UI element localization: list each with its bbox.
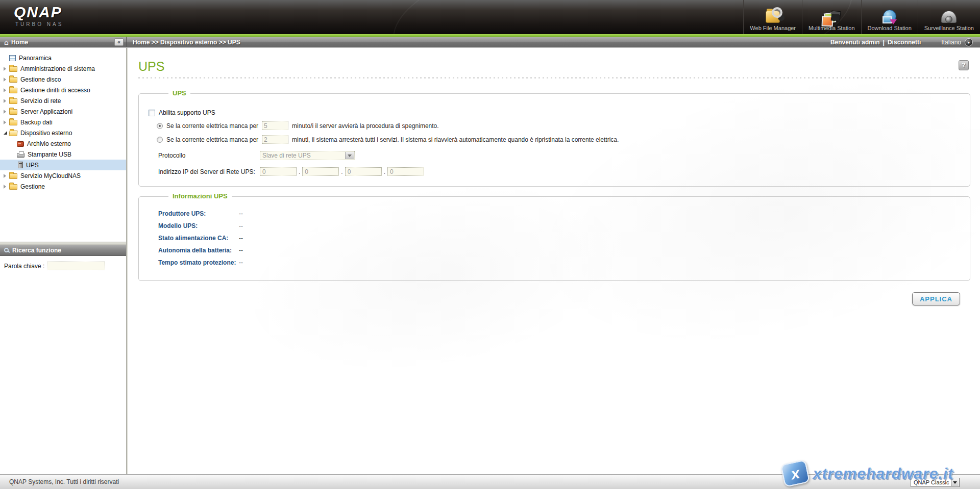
ups-settings-group: UPS Abilita supporto UPS Se la corrente … bbox=[138, 93, 970, 187]
main-content: ? UPS UPS Abilita supporto UPS Se la cor… bbox=[127, 48, 980, 474]
tree-item[interactable]: Servizio MyCloudNAS bbox=[0, 170, 126, 181]
language-label[interactable]: Italiano bbox=[941, 39, 961, 46]
folder-icon bbox=[9, 77, 17, 83]
ups-info-rows: Produttore UPS: -- Modello UPS: -- Stato… bbox=[146, 210, 960, 266]
arrow-collapsed[interactable] bbox=[4, 110, 9, 114]
tree-item[interactable]: Gestione bbox=[0, 181, 126, 192]
logout-link[interactable]: Disconnetti bbox=[888, 39, 921, 46]
station-item[interactable]: Download Station bbox=[861, 0, 918, 34]
folder-open-icon bbox=[9, 131, 17, 136]
ups-server-ip-label: Indirizzo IP del Server di Rete UPS: bbox=[158, 168, 260, 175]
arrow-expanded[interactable] bbox=[4, 131, 9, 135]
qnap-admin-page: QNAP TURBO NAS Web File Manager Multimed… bbox=[0, 0, 980, 489]
info-row: Modello UPS: -- bbox=[158, 222, 960, 229]
session-zone: Benvenuti admin | Disconnetti Italiano ▼ bbox=[830, 37, 980, 47]
qnap-logo-subtitle: TURBO NAS bbox=[15, 21, 63, 27]
option-prefix: Se la corrente elettrica manca per bbox=[166, 136, 258, 143]
search-panel: Parola chiave : bbox=[0, 256, 126, 474]
arrow-collapsed[interactable] bbox=[4, 120, 9, 124]
arrow-collapsed[interactable] bbox=[4, 88, 9, 92]
tree-item-label: Servizio di rete bbox=[20, 97, 61, 105]
sidebar-tree: Panoramica Amministrazione di sistema Ge… bbox=[0, 48, 126, 242]
protocol-label: Protocollo bbox=[158, 152, 260, 159]
tree-item-label: Archivio esterno bbox=[27, 140, 71, 147]
language-dropdown-icon[interactable]: ▼ bbox=[965, 38, 973, 46]
tree-item[interactable]: Panoramica bbox=[0, 53, 126, 63]
tree-item[interactable]: Archivio esterno bbox=[0, 138, 126, 149]
tree-item[interactable]: Backup dati bbox=[0, 117, 126, 127]
protocol-row: Protocollo Slave di rete UPS bbox=[158, 151, 960, 160]
ups-server-ip-row: Indirizzo IP del Server di Rete UPS: 0 .… bbox=[158, 167, 960, 176]
theme-select[interactable]: QNAP Classic bbox=[911, 478, 960, 487]
folder-icon bbox=[9, 88, 17, 93]
ip-dot-separator: . bbox=[382, 168, 387, 175]
info-row-label: Autonomia della batteria: bbox=[158, 247, 239, 254]
info-row-value: -- bbox=[239, 210, 243, 217]
info-row-label: Tempo stimato protezione: bbox=[158, 259, 239, 266]
tree-item[interactable]: Server Applicazioni bbox=[0, 106, 126, 117]
tree-item[interactable]: Stampante USB bbox=[0, 149, 126, 160]
ip-octet-input[interactable]: 0 bbox=[345, 167, 382, 176]
welcome-text: Benvenuti admin bbox=[830, 39, 880, 46]
separator: | bbox=[883, 39, 885, 46]
tree-item-label: Servizio MyCloudNAS bbox=[20, 172, 81, 179]
arrow-collapsed[interactable] bbox=[4, 185, 9, 189]
arrow-collapsed[interactable] bbox=[4, 99, 9, 103]
tree-item[interactable]: Dispositivo esterno bbox=[0, 127, 126, 138]
station-item[interactable]: Surveillance Station bbox=[918, 0, 980, 34]
tree-item[interactable]: Amministrazione di sistema bbox=[0, 63, 126, 74]
tree-item[interactable]: Gestione disco bbox=[0, 74, 126, 85]
tree-item-label: Amministrazione di sistema bbox=[20, 65, 95, 72]
chevron-down-icon[interactable] bbox=[345, 152, 354, 159]
stop-services-minutes-input[interactable] bbox=[262, 135, 288, 144]
folder-icon bbox=[9, 109, 17, 115]
tree-item-label: Gestione disco bbox=[20, 76, 61, 83]
tree-item-label: Server Applicazioni bbox=[20, 108, 72, 115]
info-row-label: Produttore UPS: bbox=[158, 210, 239, 217]
ip-octet-input[interactable]: 0 bbox=[260, 167, 297, 176]
shutdown-minutes-input[interactable] bbox=[262, 121, 288, 130]
help-button[interactable]: ? bbox=[959, 60, 969, 70]
station-label: Surveillance Station bbox=[924, 25, 974, 31]
protocol-select[interactable]: Slave di rete UPS bbox=[260, 151, 355, 160]
download-station-icon bbox=[883, 10, 896, 23]
breadcrumb: Home >> Dispositivo esterno >> UPS bbox=[133, 39, 240, 46]
info-row: Tempo stimato protezione: -- bbox=[158, 259, 960, 266]
info-row-value: -- bbox=[239, 259, 243, 266]
tree-item-label: Gestione bbox=[20, 183, 45, 190]
search-panel-title: Ricerca funzione bbox=[12, 247, 61, 254]
body-region: Panoramica Amministrazione di sistema Ge… bbox=[0, 48, 980, 474]
keyword-input[interactable] bbox=[47, 262, 105, 270]
tree-item[interactable]: UPS bbox=[0, 160, 126, 170]
apply-zone: APPLICA bbox=[138, 292, 970, 305]
sidebar: Panoramica Amministrazione di sistema Ge… bbox=[0, 48, 127, 474]
tree-item[interactable]: Gestione diritti di accesso bbox=[0, 85, 126, 95]
usb-printer-icon bbox=[17, 153, 24, 158]
station-item[interactable]: Multimedia Station bbox=[802, 0, 861, 34]
option-prefix: Se la corrente elettrica manca per bbox=[166, 122, 258, 130]
breadcrumb-zone: Home >> Dispositivo esterno >> UPS bbox=[127, 37, 830, 47]
ip-octet-input[interactable]: 0 bbox=[387, 167, 424, 176]
info-row: Stato alimentazione CA: -- bbox=[158, 235, 960, 242]
station-item[interactable]: Web File Manager bbox=[743, 0, 802, 34]
stop-services-option-radio[interactable] bbox=[157, 137, 163, 143]
apply-button[interactable]: APPLICA bbox=[912, 292, 960, 305]
enable-ups-checkbox[interactable] bbox=[149, 110, 155, 116]
theme-select-arrow-icon[interactable] bbox=[951, 479, 959, 486]
arrow-collapsed[interactable] bbox=[4, 78, 9, 82]
web-file-manager-icon bbox=[766, 11, 780, 23]
arrow-collapsed[interactable] bbox=[4, 174, 9, 178]
stop-services-option-row: Se la corrente elettrica manca per minut… bbox=[157, 135, 960, 144]
shutdown-option-radio[interactable] bbox=[157, 123, 163, 129]
app-header: QNAP TURBO NAS Web File Manager Multimed… bbox=[0, 0, 980, 34]
info-row: Produttore UPS: -- bbox=[158, 210, 960, 217]
ip-octet-input[interactable]: 0 bbox=[302, 167, 339, 176]
qnap-logo-title: QNAP bbox=[14, 5, 63, 20]
tree-item-label: Gestione diritti di accesso bbox=[20, 87, 90, 94]
copyright-text: QNAP Systems, Inc. Tutti i diritti riser… bbox=[9, 478, 119, 485]
sidebar-collapse-button[interactable]: « bbox=[114, 38, 124, 46]
sidebar-header: ⌂ Home « bbox=[0, 37, 127, 47]
tree-item[interactable]: Servizio di rete bbox=[0, 95, 126, 106]
tree-item-label: Backup dati bbox=[20, 119, 53, 126]
arrow-collapsed[interactable] bbox=[4, 67, 9, 71]
